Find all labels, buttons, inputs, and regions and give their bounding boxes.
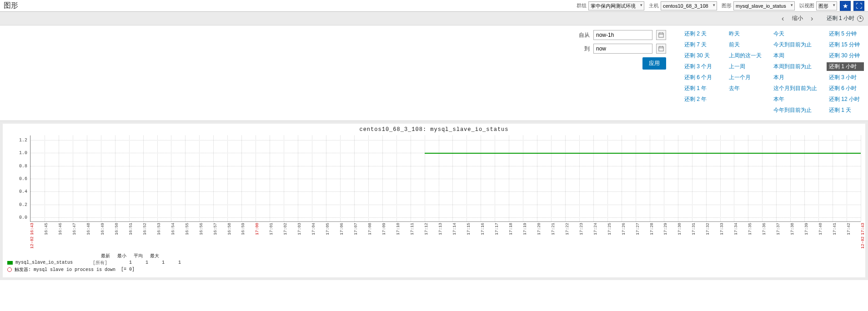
grid-line bbox=[636, 135, 636, 221]
grid-line bbox=[298, 135, 298, 221]
time-preset-link[interactable]: 还剩 3 个月 bbox=[684, 63, 717, 70]
view-select[interactable]: 图形 bbox=[816, 1, 837, 10]
time-preset-link[interactable]: 这个月到目前为止 bbox=[773, 85, 817, 92]
x-tick: 16:43 bbox=[30, 223, 35, 235]
legend-value: 1 bbox=[115, 260, 132, 265]
chart-title: centos10_68_3_108: mysql_slave_io_status bbox=[7, 126, 861, 133]
zoom-out-button[interactable]: 缩小 bbox=[792, 15, 803, 22]
graph-select[interactable]: mysql_slave_io_status bbox=[733, 1, 795, 10]
x-tick: 17:12 bbox=[424, 223, 429, 235]
time-preset-link[interactable]: 还剩 6 小时 bbox=[829, 85, 862, 92]
x-tick: 16:58 bbox=[227, 223, 232, 235]
grid-line bbox=[650, 135, 650, 221]
y-axis: 0.00.20.40.60.81.01.2 bbox=[7, 135, 30, 222]
grid-line bbox=[157, 135, 158, 221]
grid-line bbox=[776, 135, 777, 221]
legend-value: 1 bbox=[165, 260, 181, 265]
to-calendar-button[interactable] bbox=[656, 44, 666, 54]
x-date-label: 12-02 bbox=[30, 236, 35, 249]
legend-header: 最小 bbox=[110, 253, 126, 259]
x-tick: 16:54 bbox=[171, 223, 176, 235]
time-preset-link[interactable]: 上周的这一天 bbox=[729, 52, 762, 60]
time-preset-link[interactable]: 还剩 30 天 bbox=[684, 52, 717, 60]
apply-button[interactable]: 应用 bbox=[642, 57, 666, 70]
x-tick: 17:08 bbox=[368, 223, 372, 235]
x-tick: 17:29 bbox=[663, 223, 668, 235]
grid-line bbox=[115, 135, 115, 221]
time-preset-link[interactable]: 本周到目前为止 bbox=[773, 63, 817, 70]
grid-line bbox=[565, 135, 566, 221]
grid-line bbox=[340, 135, 341, 221]
time-presets: 还剩 2 天还剩 7 天还剩 30 天还剩 3 个月还剩 6 个月还剩 1 年还… bbox=[684, 30, 862, 114]
time-preset-link[interactable]: 去年 bbox=[729, 85, 762, 92]
grid-line bbox=[607, 135, 608, 221]
top-filter-bar: 图形 群组 掌中保内网测试环境 主机 centos10_68_3_108 图形 … bbox=[0, 0, 868, 12]
time-preset-link[interactable]: 本年 bbox=[773, 95, 817, 103]
host-select[interactable]: centos10_68_3_108 bbox=[661, 1, 717, 10]
graph-label: 图形 bbox=[722, 2, 732, 9]
time-preset-link[interactable]: 上一周 bbox=[729, 63, 762, 70]
y-tick: 0.8 bbox=[19, 163, 27, 168]
time-preset-link[interactable]: 还剩 12 小时 bbox=[829, 95, 862, 103]
time-preset-link[interactable]: 今年到目前为止 bbox=[773, 106, 817, 114]
current-range-button[interactable]: 还剩 1 小时 bbox=[827, 15, 863, 22]
time-preset-link[interactable]: 还剩 6 个月 bbox=[684, 74, 717, 81]
x-tick: 16:49 bbox=[100, 223, 105, 235]
grid-line bbox=[706, 135, 707, 221]
grid-line bbox=[833, 135, 833, 221]
y-tick: 1.2 bbox=[19, 138, 27, 143]
fullscreen-button[interactable]: ⛶ bbox=[853, 1, 864, 11]
grid-line bbox=[664, 135, 664, 221]
time-preset-link[interactable]: 本周 bbox=[773, 52, 817, 60]
next-period-button[interactable]: › bbox=[807, 14, 818, 24]
time-preset-link[interactable]: 今天到目前为止 bbox=[773, 41, 817, 49]
time-preset-link[interactable]: 昨天 bbox=[729, 30, 762, 38]
svg-rect-0 bbox=[659, 33, 663, 37]
from-input[interactable] bbox=[593, 30, 652, 40]
time-preset-link[interactable]: 前天 bbox=[729, 41, 762, 49]
calendar-icon bbox=[658, 46, 664, 51]
time-preset-link[interactable]: 还剩 7 天 bbox=[684, 41, 717, 49]
grid-line bbox=[622, 135, 622, 221]
chart-plot: 0.00.20.40.60.81.01.2 bbox=[7, 135, 861, 222]
x-tick: 16:46 bbox=[58, 223, 63, 235]
legend-header: 平均 bbox=[126, 253, 143, 259]
time-preset-link[interactable]: 还剩 2 年 bbox=[684, 95, 717, 103]
time-preset-link[interactable]: 还剩 30 分钟 bbox=[829, 52, 862, 60]
legend-series-name: mysql_slave_io_status bbox=[15, 260, 93, 265]
x-tick: 17:39 bbox=[804, 223, 809, 235]
x-tick: 17:34 bbox=[734, 223, 738, 235]
x-tick: 17:04 bbox=[311, 223, 316, 235]
time-preset-link[interactable]: 还剩 1 年 bbox=[684, 85, 717, 92]
time-preset-link[interactable]: 还剩 1 小时 bbox=[827, 62, 864, 71]
time-preset-link[interactable]: 还剩 1 天 bbox=[829, 106, 862, 114]
legend-swatch bbox=[7, 261, 13, 265]
x-tick: 17:00 bbox=[255, 223, 260, 235]
from-calendar-button[interactable] bbox=[656, 30, 666, 40]
legend-row: mysql_slave_io_status [所有]1111 bbox=[7, 259, 861, 266]
time-preset-link[interactable]: 今天 bbox=[773, 30, 817, 38]
x-tick: 17:11 bbox=[410, 223, 415, 235]
grid-line bbox=[537, 135, 537, 221]
time-preset-link[interactable]: 上一个月 bbox=[729, 74, 762, 81]
time-preset-link[interactable]: 本月 bbox=[773, 74, 817, 81]
to-input[interactable] bbox=[593, 44, 652, 54]
time-preset-link[interactable]: 还剩 3 小时 bbox=[829, 74, 862, 81]
x-tick: 17:18 bbox=[509, 223, 513, 235]
chart-legend: 最新最小平均最大 mysql_slave_io_status [所有]1111 … bbox=[7, 253, 861, 273]
time-preset-link[interactable]: 还剩 5 分钟 bbox=[829, 30, 862, 38]
prev-period-button[interactable]: ‹ bbox=[778, 14, 788, 24]
group-select[interactable]: 掌中保内网测试环境 bbox=[588, 1, 644, 10]
time-preset-link[interactable]: 还剩 2 天 bbox=[684, 30, 717, 38]
grid-line bbox=[354, 135, 355, 221]
host-label: 主机 bbox=[649, 2, 659, 9]
grid-line bbox=[425, 135, 425, 221]
x-tick: 17:38 bbox=[790, 223, 795, 235]
grid-line bbox=[73, 135, 73, 221]
time-preset-link[interactable]: 还剩 15 分钟 bbox=[829, 41, 862, 49]
favorite-button[interactable]: ★ bbox=[840, 1, 851, 11]
x-tick: 16:51 bbox=[129, 223, 133, 235]
legend-trigger-row: 触发器: mysql slave io process is down [= 0… bbox=[7, 266, 861, 273]
to-label: 到 bbox=[584, 45, 590, 53]
x-tick: 17:40 bbox=[818, 223, 823, 235]
